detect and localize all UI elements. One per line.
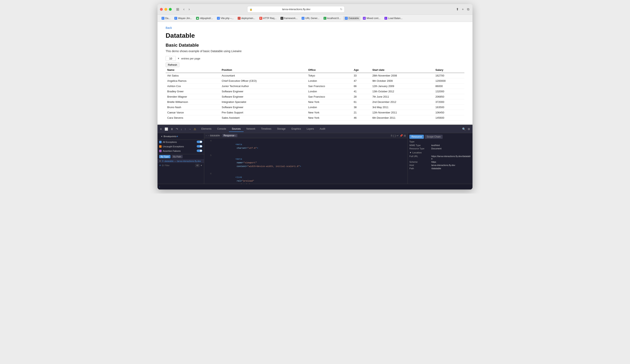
console-prompt-icon: ›	[159, 186, 160, 188]
bookmark-datatable[interactable]: F Datatable	[343, 16, 360, 20]
source-back-button[interactable]: ‹	[206, 134, 206, 137]
minimize-button[interactable]	[164, 8, 167, 11]
tab-network[interactable]: Network	[244, 126, 258, 132]
col-header-position: Position	[220, 67, 306, 73]
breakpoint-all-exceptions[interactable]: All Exceptions	[159, 140, 202, 144]
tab-console[interactable]: Console	[214, 126, 229, 132]
filter-by-path-button[interactable]: By Path	[172, 155, 183, 158]
table-cell: 12th January 2009	[370, 84, 434, 89]
table-cell: Brenden Wagner	[166, 94, 220, 100]
table-row: Angelica RamosChief Executive Officer (C…	[166, 78, 464, 84]
filter-by-type-button[interactable]: By Type	[159, 155, 170, 158]
sidebar-toggle-button[interactable]: ⊞	[175, 6, 180, 12]
bookmark-nitipuplod[interactable]: ◆ nitipuplod/...	[194, 16, 214, 20]
toggle-assertion[interactable]	[197, 149, 202, 152]
bookmarks-bar: F Da... F Wayan Jim... ◆ nitipuplod/... …	[158, 14, 472, 22]
bookmark-framework[interactable]: ⊙ framework...	[279, 16, 299, 20]
table-cell: 132000	[434, 89, 464, 94]
bookmark-localhost[interactable]: L localhost:8...	[322, 16, 342, 20]
bookmark-vite[interactable]: V Vite.php –...	[215, 16, 235, 20]
checkbox-uncaught[interactable]	[159, 145, 162, 148]
devtools-settings-icon[interactable]: ⚙	[467, 127, 471, 131]
devtools-search-icon[interactable]: 🔍	[462, 127, 466, 131]
back-button[interactable]: ‹	[182, 6, 186, 12]
refresh-icon[interactable]: ↻	[340, 8, 342, 11]
bookmark-url[interactable]: U URL Gener...	[300, 16, 321, 20]
tab-scope-chain[interactable]: Scope Chain	[424, 135, 443, 139]
table-row: Cara StevensSales AssistantNew York466th…	[166, 115, 464, 120]
pin-source-button[interactable]: 📌	[400, 134, 403, 137]
address-bar[interactable]: 🔒 larva-interactions.fly.dev ↻	[247, 6, 345, 12]
entries-label: entries per page	[181, 57, 200, 60]
source-forward-button[interactable]: ›	[208, 134, 209, 137]
checkbox-assertion[interactable]	[159, 150, 162, 152]
table-cell: 28	[352, 94, 371, 100]
tab-graphics[interactable]: Graphics	[288, 126, 304, 132]
filter-input[interactable]	[164, 164, 194, 166]
add-breakpoint-button[interactable]: +	[176, 135, 178, 138]
table-cell: 47	[352, 78, 371, 84]
breadcrumb-datatable[interactable]: datatable	[210, 134, 220, 137]
call-tree-item[interactable]: ▼ ⊙ datatable — larva-interactions.fly.d…	[158, 159, 204, 163]
devtools-close-icon[interactable]: ✕	[159, 127, 163, 131]
table-cell: Airi Satou	[166, 73, 220, 78]
wrap-source-button[interactable]: ↵	[396, 134, 399, 137]
close-button[interactable]	[160, 8, 163, 11]
bookmark-load[interactable]: L Load Balan...	[383, 16, 404, 20]
devtools-continue-icon[interactable]: →	[188, 127, 192, 131]
tab-elements[interactable]: Elements	[198, 126, 214, 132]
maximize-button[interactable]	[169, 8, 172, 11]
table-cell: New York	[306, 110, 352, 115]
checkbox-all-exceptions[interactable]	[159, 141, 162, 143]
breadcrumb-response[interactable]: Response ↕	[222, 134, 237, 137]
tab-audit[interactable]: Audit	[317, 126, 328, 132]
call-tree-arrow: ▼	[159, 160, 161, 162]
devtools-warning-icon[interactable]: ⚠	[193, 127, 197, 131]
bookmark-da[interactable]: F Da...	[160, 16, 172, 20]
entries-input[interactable]	[166, 56, 176, 61]
bookmark-http[interactable]: ❤ HTTP Req...	[258, 16, 278, 20]
share-button[interactable]: ⬆	[455, 6, 460, 12]
devtools-step-in-icon[interactable]: ↓	[180, 127, 183, 131]
forward-button[interactable]: ›	[187, 6, 191, 12]
tabs-button[interactable]: ⧉	[466, 7, 470, 12]
tab-timelines[interactable]: Timelines	[258, 126, 274, 132]
table-cell: London	[306, 78, 352, 84]
devtools-layout-icon[interactable]: ⬜	[164, 127, 169, 131]
table-cell: 163500	[434, 105, 464, 110]
devtools-step-over-icon[interactable]: ↷	[175, 127, 179, 131]
source-breadcrumb: datatable › Response ↕	[210, 134, 238, 137]
table-cell: 33	[352, 73, 371, 78]
add-filter-button[interactable]: +	[159, 164, 161, 167]
tab-layers[interactable]: Layers	[304, 126, 317, 132]
bookmark-wayan[interactable]: F Wayan Jim...	[173, 16, 194, 20]
bookmark-deploy[interactable]: 🚀 deploymen...	[236, 16, 257, 20]
refresh-button[interactable]: Refresh	[166, 62, 180, 67]
format-source-button[interactable]: { }	[393, 134, 396, 137]
external-source-button[interactable]: ⊞	[404, 134, 406, 137]
breakpoint-assertion[interactable]: Assertion Failures	[159, 149, 202, 153]
toggle-uncaught[interactable]	[197, 145, 202, 148]
tab-sources[interactable]: Sources	[229, 126, 244, 132]
filter-dropdown-icon[interactable]: ▼	[200, 164, 202, 166]
breakpoints-section-header[interactable]: ▼ Breakpoints +	[159, 134, 180, 139]
table-cell: 61	[352, 100, 371, 105]
resource-type-val: Document	[431, 147, 471, 150]
copy-source-button[interactable]: ⎘	[391, 134, 392, 137]
table-cell: San Francisco	[306, 84, 352, 89]
bookmark-mixed[interactable]: M Mixed cont...	[361, 16, 382, 20]
tab-resource[interactable]: Resource	[410, 135, 424, 139]
new-tab-button[interactable]: +	[461, 7, 464, 12]
source-code: 4 <meta charset="utf-8"> 5 <meta name="v…	[204, 138, 408, 184]
devtools-pause-icon[interactable]: ⏸	[170, 127, 174, 131]
bookmark-favicon-load: L	[384, 17, 387, 20]
svg-point-3	[200, 145, 202, 147]
back-link[interactable]: Back	[166, 26, 172, 30]
table-cell: 145600	[434, 115, 464, 120]
tab-storage[interactable]: Storage	[274, 126, 288, 132]
devtools-step-out-icon[interactable]: ↑	[184, 127, 186, 131]
svg-point-1	[200, 141, 202, 143]
toggle-all-exceptions[interactable]	[197, 140, 202, 144]
breakpoint-uncaught[interactable]: Uncaught Exceptions	[159, 144, 202, 149]
bookmark-favicon-deploy: 🚀	[238, 17, 240, 20]
